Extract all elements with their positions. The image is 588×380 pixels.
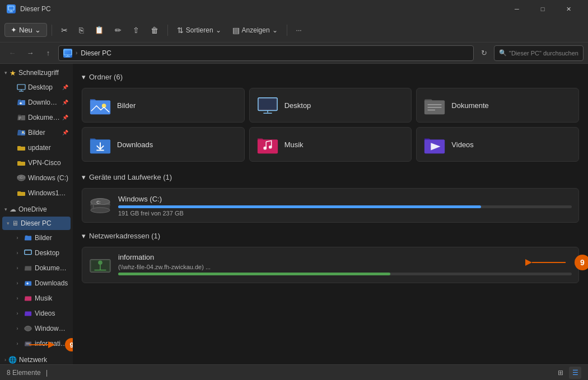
paste-button[interactable]: 📋 [90, 24, 108, 36]
dieserpc-pc-icon: 🖥 [12, 219, 18, 227]
title-bar: Dieser PC ─ □ ✕ [0, 0, 588, 18]
sidebar-item-windowsc-pc[interactable]: › Windows (C:) [2, 321, 71, 336]
toolbar-separator-1 [52, 25, 52, 36]
svg-rect-23 [259, 99, 276, 110]
bilder-folder-icon [17, 128, 26, 137]
main-layout: ▾ ★ Schnellzugriff Desktop 📌 [0, 64, 588, 364]
sidebar-item-bilder-pc[interactable]: › Bilder [2, 231, 71, 245]
address-bar[interactable]: › Dieser PC [58, 45, 474, 61]
app-icon [7, 4, 16, 13]
more-button[interactable]: ··· [292, 24, 306, 36]
dokumente-label: Dokumente [451, 101, 488, 110]
minimize-button[interactable]: ─ [504, 0, 530, 18]
address-path: Dieser PC [81, 49, 111, 57]
svg-text:C:: C: [20, 176, 23, 179]
bilder-pin-icon: 📌 [62, 130, 68, 135]
drive-net-subtitle: (\\whz-file-04.zw.fh-zwickau.de) ... [118, 264, 572, 270]
new-button[interactable]: ✦ Neu ⌄ [4, 23, 47, 37]
network-drives-list: information (\\whz-file-04.zw.fh-zwickau… [82, 247, 579, 283]
sidebar-schnellzugriff-header[interactable]: ▾ ★ Schnellzugriff [0, 66, 73, 79]
folder-videos[interactable]: Videos [416, 127, 579, 162]
folder-dokumente[interactable]: Dokumente [416, 88, 579, 123]
sidebar-dieserpc-header[interactable]: ▾ 🖥 Dieser PC [2, 217, 71, 230]
sidebar-item-windows-c[interactable]: C: Windows (C:) [2, 171, 71, 185]
folder-downloads[interactable]: Downloads [82, 127, 245, 162]
drive-c-icon-wrap: C: [89, 194, 111, 217]
window-controls: ─ □ ✕ [504, 0, 581, 18]
search-box[interactable]: 🔍 "Dieser PC" durchsuchen [494, 45, 584, 61]
windowsc-pc-icon [24, 324, 32, 333]
sidebar-item-downloads[interactable]: Downloads 📌 [2, 95, 71, 110]
share-button[interactable]: ⇧ [128, 24, 144, 37]
netzwerk-icon: 🌐 [8, 356, 17, 364]
dokumente-pc-label: Dokumente [35, 264, 68, 272]
desktop-icon-wrap [256, 94, 279, 116]
dokumente-pin-icon: 📌 [62, 115, 68, 120]
drive-net-bar-fill [118, 273, 390, 275]
musik-pc-icon [24, 294, 32, 303]
status-item-count: 8 Elemente [7, 369, 41, 377]
drive-windows-c[interactable]: C: Windows (C:) 191 GB frei von 237 GB [82, 188, 579, 223]
sidebar-item-bilder[interactable]: Bilder 📌 [2, 125, 71, 140]
view-list-button[interactable]: ☰ [569, 367, 581, 379]
sidebar-item-windows10edu[interactable]: Windows10_Edu [2, 186, 71, 200]
netzwerk-chevron-icon: › [4, 357, 6, 363]
folder-bilder[interactable]: Bilder [82, 88, 245, 123]
bilder-pc-label: Bilder [35, 234, 68, 242]
vpn-folder-icon [17, 158, 26, 167]
view-icon-toolbar: ▤ [232, 26, 240, 35]
schnellzugriff-chevron-icon: ▾ [4, 70, 7, 76]
annotation-content: 9 [526, 255, 588, 270]
sidebar-item-vpn[interactable]: VPN-Cisco [2, 156, 71, 170]
svg-point-30 [263, 147, 267, 150]
sort-icon: ⇅ [177, 26, 184, 35]
back-button[interactable]: ← [4, 45, 20, 61]
bilder-icon-wrap [89, 94, 111, 116]
videos-pc-icon [24, 309, 32, 318]
musik-label: Musik [284, 140, 304, 149]
new-label: Neu [19, 26, 32, 34]
sidebar-item-videos-pc[interactable]: › Videos [2, 306, 71, 321]
dokumente-folder-icon [17, 113, 26, 122]
up-button[interactable]: ↑ [40, 45, 56, 61]
sidebar-item-updater[interactable]: updater [2, 140, 71, 155]
netzwerk-section-chevron-icon: ▾ [82, 232, 86, 240]
share-icon: ⇧ [133, 26, 139, 35]
svg-rect-6 [17, 85, 25, 90]
folder-musik[interactable]: Musik [249, 127, 412, 162]
videos-pc-label: Videos [35, 309, 68, 317]
sidebar-item-desktop-pc[interactable]: › Desktop [2, 246, 71, 260]
view-button[interactable]: ▤ Anzeigen ⌄ [228, 24, 282, 37]
svg-point-42 [98, 260, 102, 265]
videos-pc-chevron-icon: › [13, 309, 21, 317]
maximize-button[interactable]: □ [530, 0, 556, 18]
sidebar-onedrive-header[interactable]: ▾ ☁ OneDrive [0, 203, 73, 216]
cut-button[interactable]: ✂ [57, 24, 72, 37]
desktop-folder-icon [17, 83, 26, 92]
delete-button[interactable]: 🗑 [146, 24, 163, 37]
close-button[interactable]: ✕ [556, 0, 581, 18]
copy-button[interactable]: ⎘ [74, 24, 88, 37]
downloads-folder-icon [17, 98, 26, 107]
address-row: ← → ↑ › Dieser PC ↻ 🔍 "Dieser PC" durchs… [0, 43, 588, 64]
content-area: ▾ Ordner (6) Bilder [73, 64, 588, 364]
sidebar-item-musik-pc[interactable]: › Musik [2, 291, 71, 306]
windows10edu-folder-icon [17, 189, 26, 198]
sidebar-item-dokumente[interactable]: Dokumente 📌 [2, 110, 71, 125]
sidebar-item-downloads-pc[interactable]: › Downloads [2, 276, 71, 290]
refresh-button[interactable]: ↻ [476, 45, 492, 61]
sidebar-item-desktop[interactable]: Desktop 📌 [2, 80, 71, 95]
rename-button[interactable]: ✏ [110, 24, 126, 37]
sidebar-netzwerk-header[interactable]: › 🌐 Netzwerk [0, 353, 73, 364]
status-separator: | [46, 369, 48, 377]
sidebar-item-dokumente-pc[interactable]: › Dokumente [2, 261, 71, 275]
forward-button[interactable]: → [22, 45, 38, 61]
drive-information-net[interactable]: information (\\whz-file-04.zw.fh-zwickau… [82, 247, 579, 283]
folder-desktop[interactable]: Desktop [249, 88, 412, 123]
view-grid-button[interactable]: ⊞ [554, 367, 567, 379]
svg-rect-0 [8, 6, 14, 10]
windowsc-pc-label: Windows (C:) [35, 325, 68, 332]
netzwerk-title-text: Netzwerkadressen (1) [89, 232, 160, 240]
drive-c-name: Windows (C:) [118, 195, 572, 203]
sort-button[interactable]: ⇅ Sortieren ⌄ [172, 24, 226, 37]
